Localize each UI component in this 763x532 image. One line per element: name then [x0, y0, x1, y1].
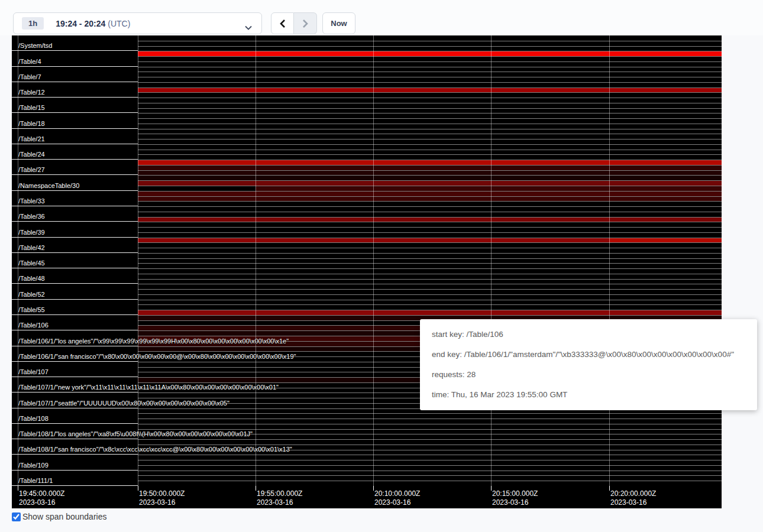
span-label: /Table/4: [18, 58, 41, 66]
span-label: /Table/48: [18, 275, 45, 283]
span-label: /Table/107: [18, 368, 49, 376]
row-boundary-line: [12, 82, 138, 82]
span-boundary-line: [138, 222, 722, 222]
row-boundary-line: [12, 283, 138, 284]
toolbar: 1h 19:24 - 20:24(UTC) Now: [0, 0, 763, 35]
span-boundary-line: [138, 144, 722, 145]
span-label: /Table/55: [18, 306, 45, 314]
span-boundary-line: [138, 300, 722, 300]
span-label: /Table/111/1: [18, 477, 53, 485]
axis-tick: [18, 486, 18, 491]
span-boundary-line: [138, 429, 722, 430]
x-axis-label: 20:15:00.000Z2023-03-16: [492, 489, 538, 507]
prev-time-button[interactable]: [271, 12, 294, 34]
span-boundary-line: [138, 475, 722, 476]
span-boundary-line: [138, 263, 722, 264]
row-boundary-line: [12, 439, 138, 439]
tooltip-end-key: end key: /Table/106/1/"amsterdam"/"\xb33…: [432, 345, 745, 365]
span-label: /Table/15: [18, 104, 45, 112]
span-boundary-line: [138, 481, 722, 481]
now-button[interactable]: Now: [322, 12, 355, 34]
span-boundary-line: [138, 238, 722, 238]
span-boundary-line: [138, 129, 722, 129]
span-boundary-line: [138, 289, 722, 290]
show-span-boundaries-checkbox[interactable]: [12, 512, 21, 521]
row-boundary-line: [12, 112, 138, 113]
span-boundary-line: [138, 191, 722, 192]
span-boundary-line: [138, 67, 722, 67]
span-label: /Table/109: [18, 462, 49, 469]
row-boundary-line: [12, 206, 138, 206]
span-boundary-line: [138, 196, 722, 197]
span-boundary-line: [138, 98, 722, 98]
span-boundary-line: [138, 108, 722, 109]
row-boundary-line: [12, 268, 138, 268]
tooltip-start-key: start key: /Table/106: [432, 325, 745, 345]
span-boundary-line: [138, 139, 722, 140]
axis-tick: [256, 486, 256, 491]
span-boundary-line: [138, 113, 722, 113]
span-boundary-line: [138, 170, 722, 171]
show-span-boundaries-label: Show span boundaries: [22, 512, 106, 521]
span-boundary-line: [138, 56, 722, 57]
heat-band: [138, 310, 722, 315]
heat-band: [138, 160, 722, 165]
time-gridline: [256, 35, 256, 486]
span-label: /Table/106: [18, 322, 49, 329]
next-time-button[interactable]: [294, 12, 317, 34]
span-boundary-line: [138, 180, 722, 181]
row-boundary-line: [12, 174, 138, 175]
heat-band: [138, 192, 722, 196]
span-label: /Table/108: [18, 415, 49, 423]
heat-band: [138, 166, 722, 170]
key-visualizer-canvas[interactable]: /System/tsd/Table/4/Table/7/Table/12/Tab…: [12, 35, 722, 508]
span-label: /Table/108/1/"san francisco"/"\x8c\xcc\x…: [18, 446, 292, 453]
row-boundary-line: [12, 454, 138, 455]
span-boundary-line: [138, 465, 722, 466]
span-boundary-line: [138, 165, 722, 166]
span-boundary-line: [138, 160, 722, 160]
span-boundary-line: [138, 150, 722, 150]
tooltip-time: time: Thu, 16 Mar 2023 19:55:00 GMT: [432, 385, 745, 405]
time-range-selector[interactable]: 1h 19:24 - 20:24(UTC): [13, 12, 262, 34]
x-axis-label: 19:55:00.000Z2023-03-16: [257, 489, 302, 507]
span-boundary-line: [138, 118, 722, 119]
span-boundary-line: [138, 284, 722, 284]
span-boundary-line: [138, 258, 722, 259]
row-boundary-line: [12, 144, 138, 144]
span-boundary-line: [138, 77, 722, 77]
span-boundary-line: [138, 206, 722, 207]
span-boundary-line: [138, 455, 722, 455]
heat-band: [138, 88, 722, 93]
row-boundary-line: [12, 97, 138, 98]
span-label: /Table/24: [18, 151, 45, 158]
row-boundary-line: [12, 377, 138, 377]
row-boundary-line: [12, 190, 138, 191]
span-label: /Table/108/1/"los angeles"/"\xa8\xf5\u00…: [18, 430, 253, 438]
span-boundary-line: [138, 72, 722, 72]
span-boundary-line: [138, 186, 722, 186]
span-boundary-line: [138, 217, 722, 218]
time-gridline: [491, 35, 492, 486]
row-boundary-line: [12, 50, 138, 51]
x-axis-label: 19:50:00.000Z2023-03-16: [139, 489, 185, 507]
heat-band: [138, 51, 722, 56]
span-boundary-line: [138, 304, 722, 305]
time-gridline: [609, 35, 610, 486]
span-boundary-line: [138, 175, 722, 176]
span-boundary-line: [138, 310, 722, 310]
span-boundary-line: [138, 46, 722, 47]
span-boundary-line: [138, 212, 722, 212]
row-boundary-line: [12, 159, 138, 160]
span-label: /Table/106/1/"san francisco"/"\x80\x00\x…: [18, 353, 296, 361]
span-label: /Table/18: [18, 120, 45, 128]
span-boundary-line: [138, 41, 722, 41]
span-boundary-line: [138, 51, 722, 51]
row-boundary-line: [12, 221, 138, 222]
span-label: /Table/27: [18, 166, 45, 174]
span-boundary-line: [138, 61, 722, 62]
span-label: /Table/39: [18, 229, 45, 236]
heat-band: [138, 181, 722, 186]
span-label: /NamespaceTable/30: [18, 182, 79, 190]
span-boundary-line: [138, 248, 722, 248]
